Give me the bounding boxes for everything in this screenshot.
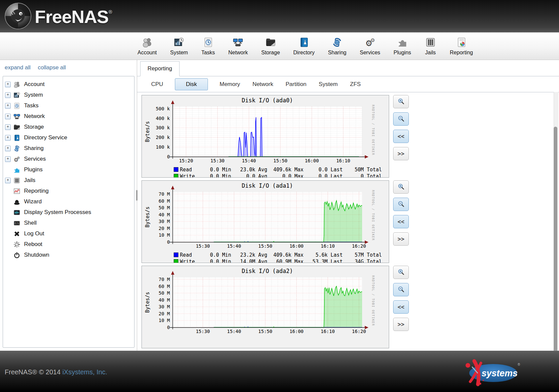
svg-text:15:30: 15:30 [211,158,225,163]
toolbar-item-account[interactable]: Account [137,36,157,56]
expand-all-link[interactable]: expand all [5,64,31,71]
sidebar-item-system[interactable]: + System [3,90,134,100]
scroll-left-button[interactable]: << [393,130,409,143]
toolbar-item-label: Tasks [201,50,215,56]
svg-text:16:20: 16:20 [352,329,366,334]
ixsystems-logo: systems ® [459,358,522,387]
scroll-left-button[interactable]: << [393,300,409,314]
sidebar-item-storage[interactable]: + Storage [3,122,134,132]
ixsystems-link[interactable]: iXsystems, Inc. [62,368,107,376]
sharing-icon [13,145,22,152]
toolbar-item-sharing[interactable]: Sharing [328,36,346,56]
svg-text:⚙: ⚙ [17,156,20,159]
sidebar-item-tasks[interactable]: + Tasks [3,100,134,111]
rrd-graph: 15:3015:4015:5016:0016:1016:20010 M20 M3… [142,181,389,263]
services-icon: ⚙ ⚙ [13,155,22,163]
legend-row: Read 0.0 Min 23.0k Avg 409.6k Max 0.0 La… [180,167,382,173]
rrdtool-watermark: RRDTOOL / TOBI OETIKER [371,105,375,155]
toolbar-item-directory[interactable]: Directory [293,36,315,56]
sidebar-item-sharing[interactable]: + Sharing [3,143,134,154]
toolbar-item-tasks[interactable]: Tasks [201,36,215,56]
subtab-disk[interactable]: Disk [175,78,208,90]
sidebar-item-wizard[interactable]: Wizard [3,196,134,207]
expand-toggle-icon[interactable]: + [5,178,11,183]
toolbar-item-system[interactable]: System [170,36,188,56]
arrow-label: << [397,133,404,140]
sidebar-item-network[interactable]: + Network [3,111,134,122]
sidebar-item-directory-service[interactable]: + Directory Service [3,132,134,143]
tab-reporting[interactable]: Reporting [140,61,180,76]
zoom-out-button[interactable] [393,283,409,296]
toolbar-item-network[interactable]: Network [228,36,248,56]
subtab-cpu[interactable]: CPU [151,79,164,90]
toolbar-item-reporting[interactable]: Reporting [450,36,473,56]
chart-panel: 15:3015:4015:5016:0016:1016:20010 M20 M3… [142,180,389,263]
scroll-right-button[interactable]: >> [393,232,409,246]
toolbar-item-plugins[interactable]: Plugins [393,36,411,56]
expand-toggle-icon[interactable]: + [5,103,11,109]
zoom-in-button[interactable] [393,266,409,279]
subtab-network[interactable]: Network [252,79,274,90]
expand-toggle-icon[interactable]: + [5,146,11,151]
expand-toggle-icon[interactable]: + [5,156,11,162]
sidebar-item-reporting[interactable]: Reporting [3,186,134,196]
sidebar-item-reboot[interactable]: Reboot [3,239,134,250]
sidebar-item-shell[interactable]: C:\ Shell [3,218,134,228]
processes-icon [13,209,22,216]
sidebar-item-label: Account [24,81,44,88]
collapse-all-link[interactable]: collapse all [38,64,66,71]
subtab-zfs[interactable]: ZFS [349,79,361,90]
toolbar-item-jails[interactable]: Jails [425,36,437,56]
sidebar-item-services[interactable]: + ⚙ ⚙ Services [3,154,134,164]
svg-text:200 k: 200 k [156,135,170,140]
svg-text:300 k: 300 k [156,125,170,130]
svg-text:15:40: 15:40 [227,243,241,249]
svg-text:0: 0 [167,154,170,159]
svg-text:60 M: 60 M [159,198,170,204]
legend-row: Write 0.0 Min 0.0 Avg 0.0 Max 0.0 Last 0… [180,173,382,178]
scroll-right-button[interactable]: >> [393,147,409,160]
scrollbar-track[interactable] [554,92,558,351]
brand-name: FreeNAS® [35,6,112,27]
sidebar-item-account[interactable]: + Account [3,79,134,90]
shell-icon: C:\ [13,219,22,227]
zoom-out-button[interactable] [393,112,409,126]
zoom-in-button[interactable] [393,95,409,108]
sidebar-item-label: Reboot [24,241,42,248]
zoom-out-icon [397,200,405,209]
expand-toggle-icon[interactable]: + [5,82,11,87]
legend-row: Read 0.0 Min 23.2k Avg 409.6k Max 5.6k L… [180,252,382,258]
sidebar-item-plugins[interactable]: Plugins [3,164,134,175]
toolbar-item-label: Plugins [393,50,411,56]
zoom-out-button[interactable] [393,198,409,211]
subtab-memory[interactable]: Memory [219,79,241,90]
subtab-system[interactable]: System [318,79,338,90]
subtab-partition[interactable]: Partition [285,79,307,90]
scrollbar-thumb[interactable] [554,127,557,351]
svg-text:500 k: 500 k [156,106,170,111]
expand-toggle-icon[interactable]: + [5,92,11,98]
toolbar-item-services[interactable]: ⚙ ⚙ Services [360,36,380,56]
sidebar-item-label: Sharing [24,145,44,152]
sidebar-item-display-system-processes[interactable]: Display System Processes [3,207,134,218]
chart-panel: 15:3015:4015:5016:0016:1016:20010 M20 M3… [142,266,389,348]
sidebar-item-shutdown[interactable]: Shutdown [3,250,134,260]
svg-text:40 M: 40 M [159,297,170,303]
y-axis-label: Bytes/s [145,121,151,142]
zoom-in-button[interactable] [393,180,409,194]
expand-toggle-icon[interactable]: + [5,114,11,119]
reboot-icon [13,241,22,248]
expand-toggle-icon[interactable]: + [5,124,11,130]
tasks-icon [202,36,214,48]
toolbar-item-storage[interactable]: Storage [261,36,280,56]
rrdtool-watermark: RRDTOOL / TOBI OETIKER [371,190,375,241]
registered-mark: ® [108,9,112,15]
svg-text:15:50: 15:50 [258,329,272,334]
scroll-right-button[interactable]: >> [393,318,409,331]
sidebar-item-log-out[interactable]: Log Out [3,228,134,239]
sidebar-item-jails[interactable]: + Jails [3,175,134,186]
chart-title: Disk I/O (ada2) [242,268,293,274]
scroll-left-button[interactable]: << [393,215,409,228]
expand-toggle-icon[interactable]: + [5,135,11,141]
svg-text:16:10: 16:10 [321,329,335,334]
